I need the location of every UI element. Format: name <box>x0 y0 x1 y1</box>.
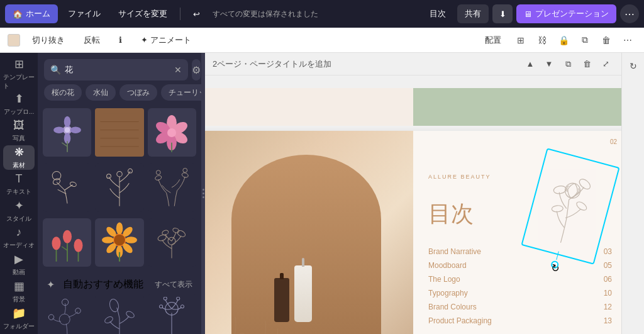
slide-previous[interactable] <box>205 88 621 126</box>
element-item-11[interactable] <box>95 294 143 334</box>
nav-button[interactable]: 目次 <box>422 4 453 23</box>
slide-container: ALLURE BEAUTY 02 目次 Brand Narrative 03 M… <box>205 88 621 334</box>
format-toolbar-right: 配置 ⊞ ⛓ 🔒 ⧉ 🗑 ⋯ <box>478 31 636 49</box>
page-up-button[interactable]: ▲ <box>522 56 538 72</box>
pink-flower-svg <box>150 111 194 155</box>
element-item-3[interactable] <box>148 108 196 157</box>
show-all-button[interactable]: すべて表示 <box>155 279 192 290</box>
home-icon: 🏠 <box>13 9 23 19</box>
svg-point-66 <box>181 304 184 308</box>
style-icon: ✦ <box>14 199 24 213</box>
align-label: 配置 <box>485 35 501 46</box>
page-copy-button[interactable]: ⧉ <box>560 56 576 72</box>
home-button[interactable]: 🏠 ホーム <box>5 4 58 23</box>
download-icon: ⬇ <box>499 9 506 19</box>
botanical-svg-3 <box>150 166 193 209</box>
element-item-9[interactable] <box>148 218 196 267</box>
delete-button[interactable]: 🗑 <box>597 31 615 49</box>
info-icon: ℹ <box>119 35 122 45</box>
element-item-6[interactable] <box>148 163 196 211</box>
overflow-button[interactable]: ⋯ <box>619 31 636 49</box>
element-item-4[interactable] <box>43 163 91 211</box>
sidebar-item-upload[interactable]: ⬆ アップロ... <box>3 92 35 116</box>
photo-icon: 🖼 <box>13 119 25 132</box>
align-button[interactable]: 配置 <box>478 31 508 49</box>
info-button[interactable]: ℹ <box>112 31 129 49</box>
page-down-button[interactable]: ▼ <box>541 56 557 72</box>
page-label-text[interactable]: 2ページ・ページタイトルを追加 <box>213 58 331 70</box>
color-swatch[interactable] <box>8 34 20 47</box>
format-toolbar-left: 切り抜き 反転 ℹ ✦ アニメート <box>8 31 473 49</box>
chain-button[interactable]: ⊞ <box>512 31 530 49</box>
element-item-7[interactable] <box>43 218 91 267</box>
sidebar-item-template[interactable]: ⊞ テンプレート <box>3 58 35 89</box>
text-label: テキスト <box>6 187 31 196</box>
share-button[interactable]: 共有 <box>457 4 489 23</box>
sidebar-item-photo[interactable]: 🖼 写真 <box>3 119 35 143</box>
element-item-1[interactable] <box>43 108 91 157</box>
link-button[interactable]: ⛓ <box>533 31 551 49</box>
present-button[interactable]: 🖥 プレゼンテーション <box>516 4 616 23</box>
nav-label: 目次 <box>430 8 446 19</box>
sketch-flower-svg <box>150 221 193 264</box>
element-item-8[interactable] <box>95 218 143 267</box>
search-input-wrapper: 🔍 ✕ <box>44 59 188 81</box>
folder-label: フォルダー <box>3 322 35 331</box>
canvas-area: 2ページ・ページタイトルを追加 ▲ ▼ ⧉ 🗑 ⤢ <box>205 53 621 334</box>
page-delete-button[interactable]: 🗑 <box>579 56 595 72</box>
delicate-flower-svg-1 <box>46 297 89 334</box>
tag-tulip[interactable]: チューリップ <box>161 84 201 101</box>
svg-point-37 <box>74 239 82 252</box>
right-edge-panel: ↻ <box>621 53 644 334</box>
element-item-5[interactable] <box>95 163 143 211</box>
page-expand-button[interactable]: ⤢ <box>597 56 614 72</box>
sidebar-item-audio[interactable]: ♪ オーディオ <box>3 226 35 250</box>
auto-recommend-label: 自動おすすめ機能 <box>63 278 143 291</box>
flower-grid-row2 <box>43 163 196 211</box>
undo-button[interactable]: ↩ <box>186 4 208 23</box>
element-item-10[interactable] <box>43 294 91 334</box>
toc-item-2: The Logo 06 <box>428 272 612 286</box>
audio-icon: ♪ <box>16 226 22 239</box>
element-item-2[interactable] <box>95 108 143 157</box>
svg-point-25 <box>117 172 123 177</box>
filter-button[interactable]: ⚙ <box>192 59 201 81</box>
tag-suisen[interactable]: 水仙 <box>86 84 116 101</box>
search-bar: 🔍 ✕ ⚙ <box>38 53 201 84</box>
tag-sakura[interactable]: 桜の花 <box>44 84 82 101</box>
sidebar-item-folder[interactable]: 📁 フォルダー <box>3 306 35 331</box>
search-input[interactable] <box>65 65 170 75</box>
toc-item-3: Typography 10 <box>428 286 612 300</box>
flip-button[interactable]: 反転 <box>77 31 107 49</box>
page-number: 02 <box>610 138 617 145</box>
sidebar-item-bg[interactable]: ▦ 背景 <box>3 279 35 304</box>
svg-point-50 <box>177 230 187 238</box>
file-button[interactable]: ファイル <box>60 4 108 23</box>
share-label: 共有 <box>465 8 481 19</box>
resize-button[interactable]: サイズを変更 <box>111 4 175 23</box>
refresh-button[interactable]: ↻ <box>625 58 641 74</box>
bottle-area <box>274 265 312 322</box>
sidebar-item-elements[interactable]: ❋ 素材 <box>3 145 35 170</box>
animate-button[interactable]: ✦ アニメート <box>134 31 198 49</box>
photo-label: 写真 <box>13 134 25 143</box>
template-icon: ⊞ <box>14 57 24 71</box>
duplicate-button[interactable]: ⧉ <box>576 31 594 49</box>
file-label: ファイル <box>68 8 101 19</box>
canvas-scroll[interactable]: ALLURE BEAUTY 02 目次 Brand Narrative 03 M… <box>205 75 621 334</box>
crop-button[interactable]: 切り抜き <box>25 31 72 49</box>
lock-button[interactable]: 🔒 <box>555 31 572 49</box>
svg-point-29 <box>182 172 189 179</box>
sidebar-item-style[interactable]: ✦ スタイル <box>3 199 35 223</box>
element-item-12[interactable] <box>148 294 196 334</box>
more-button[interactable]: ⋯ <box>620 4 639 23</box>
tag-tsubomi[interactable]: つぼみ <box>119 84 157 101</box>
photo-arch-bg <box>205 131 413 334</box>
sidebar-item-video[interactable]: ▶ 動画 <box>3 252 35 277</box>
text-icon: T <box>16 172 23 186</box>
download-button[interactable]: ⬇ <box>492 4 513 23</box>
slide-page[interactable]: ALLURE BEAUTY 02 目次 Brand Narrative 03 M… <box>205 131 621 334</box>
bg-label: 背景 <box>13 295 25 304</box>
sidebar-item-text[interactable]: T テキスト <box>3 172 35 196</box>
search-clear-icon[interactable]: ✕ <box>174 65 182 75</box>
